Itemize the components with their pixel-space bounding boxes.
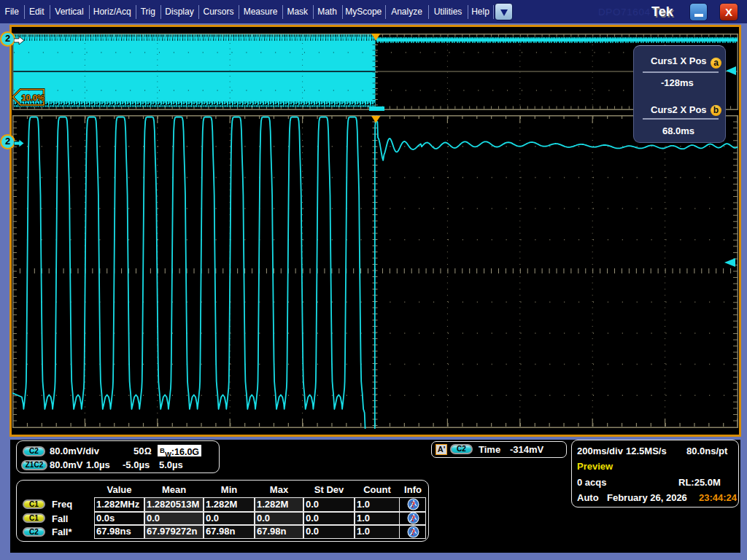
svg-text:?: ?: [411, 513, 415, 524]
svg-text:10.0%: 10.0%: [22, 93, 44, 102]
svg-text:?: ?: [411, 526, 415, 537]
svg-text:?: ?: [411, 499, 415, 510]
